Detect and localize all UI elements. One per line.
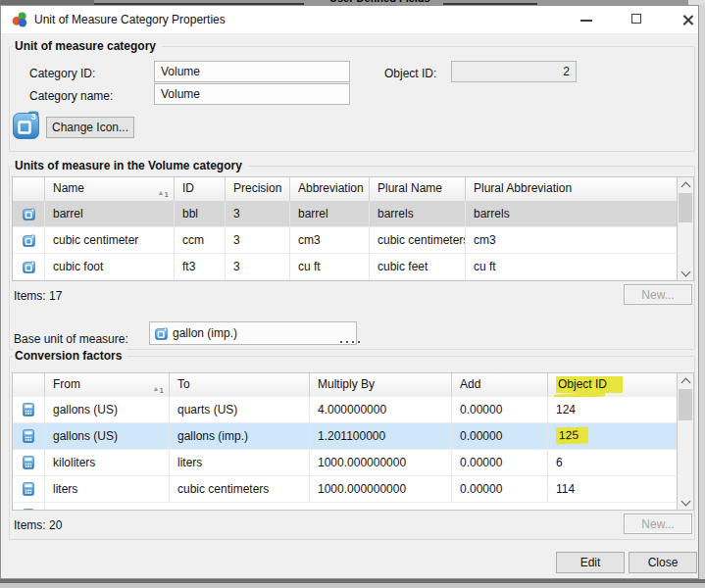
- conversion-object-id-cell: 6: [548, 450, 677, 476]
- maximize-button[interactable]: [621, 6, 654, 33]
- splitter-handle[interactable]: [338, 341, 368, 347]
- maximize-icon: [631, 14, 641, 24]
- volume-icon-superscript: 3: [31, 112, 36, 122]
- conversion-header-object-id[interactable]: Object ID: [548, 373, 677, 397]
- units-header-plural-abbreviation[interactable]: Plural Abbreviation: [466, 177, 677, 201]
- sort-ascending-icon: ▲1: [158, 180, 169, 201]
- close-icon: [681, 14, 694, 26]
- conversion-group: Conversion factors From ▲1 To Multiply B…: [9, 356, 695, 540]
- base-unit-label: Base unit of measure:: [14, 332, 128, 346]
- conversion-group-title: Conversion factors: [13, 349, 127, 363]
- conversion-add-cell: 0.00000: [452, 397, 548, 423]
- units-header-icon-column[interactable]: [13, 177, 45, 201]
- conversion-header-to[interactable]: To: [170, 373, 310, 397]
- highlighted-object-id-value: 125: [556, 427, 588, 445]
- conversion-multiply-cell: 1000.000000000: [310, 450, 452, 476]
- category-name-input[interactable]: [154, 83, 350, 105]
- unit-precision-cell: 3: [226, 254, 290, 280]
- calculator-icon: [23, 403, 34, 416]
- units-table-scrollbar[interactable]: [677, 177, 693, 280]
- scroll-up-icon[interactable]: [678, 373, 693, 388]
- conversion-to-cell: liters: [170, 450, 310, 476]
- window-title: Unit of Measure Category Properties: [34, 13, 226, 26]
- units-new-button[interactable]: New...: [624, 284, 692, 305]
- category-id-input[interactable]: [154, 61, 350, 82]
- conversion-from-cell: liters: [45, 476, 170, 503]
- conversion-table-row[interactable]: gallons (US) gallons (imp.) 1.201100000 …: [13, 423, 677, 450]
- scroll-up-icon[interactable]: [678, 177, 693, 192]
- unit-plural-abbreviation-cell: cm3: [466, 227, 677, 254]
- scrollbar-thumb[interactable]: [679, 193, 692, 222]
- units-group: Units of measure in the Volume category …: [9, 166, 695, 350]
- units-table-row[interactable]: cubic foot ft3 3 cu ft cubic feet cu ft: [13, 254, 677, 280]
- category-group-title: Unit of measure category: [13, 39, 162, 53]
- unit-plural-abbreviation-cell: cu ft: [466, 254, 677, 280]
- unit-name-cell: cubic foot: [45, 254, 175, 280]
- unit-precision-cell: 3: [226, 201, 290, 227]
- conversion-table-row[interactable]: liters cubic centimeters 1000.000000000 …: [13, 476, 677, 503]
- conversion-table: From ▲1 To Multiply By Add Object ID gal…: [12, 372, 694, 511]
- sort-ascending-icon: ▲1: [153, 376, 164, 397]
- unit-of-measure-category-properties-dialog: Unit of Measure Category Properties Unit…: [0, 5, 699, 579]
- units-header-name[interactable]: Name ▲1: [45, 177, 175, 201]
- conversion-header-from[interactable]: From ▲1: [45, 373, 170, 397]
- unit-id-cell: ft3: [175, 254, 226, 280]
- object-id-input[interactable]: [451, 61, 577, 82]
- change-icon-button[interactable]: Change Icon...: [46, 117, 134, 138]
- conversion-from-cell: kiloliters: [45, 450, 170, 476]
- close-button[interactable]: [672, 6, 705, 33]
- conversion-new-button[interactable]: New...: [624, 514, 692, 534]
- conversion-table-header: From ▲1 To Multiply By Add Object ID: [13, 373, 677, 398]
- calculator-icon: [23, 456, 34, 469]
- units-header-plural-name[interactable]: Plural Name: [370, 177, 466, 201]
- unit-cube-icon: [155, 327, 168, 340]
- conversion-multiply-cell: 1.201100000: [310, 423, 452, 450]
- units-table-header: Name ▲1 ID Precision Abbreviation Plural…: [13, 177, 677, 202]
- conversion-to-cell: gallons (imp.): [170, 423, 310, 450]
- conversion-table-scrollbar[interactable]: [677, 373, 693, 510]
- unit-plural-abbreviation-cell: barrels: [466, 201, 677, 227]
- base-unit-value: gallon (imp.): [173, 326, 237, 340]
- conversion-header-multiply-by[interactable]: Multiply By: [310, 373, 452, 397]
- unit-cube-icon: [23, 234, 35, 247]
- conversion-to-cell: cubic centimeters: [170, 476, 310, 503]
- scroll-down-icon[interactable]: [678, 266, 693, 280]
- calculator-icon: [23, 429, 34, 443]
- units-header-id[interactable]: ID: [175, 177, 226, 201]
- category-id-label: Category ID:: [29, 67, 95, 80]
- scrollbar-thumb[interactable]: [679, 389, 692, 420]
- conversion-table-row[interactable]: kiloliters liters 1000.000000000 0.00000…: [13, 450, 677, 476]
- units-header-abbreviation[interactable]: Abbreviation: [290, 177, 370, 201]
- units-items-count: Items: 17: [14, 289, 62, 303]
- category-name-label: Category name:: [29, 89, 113, 103]
- title-bar[interactable]: Unit of Measure Category Properties: [1, 6, 698, 34]
- unit-cube-icon: [23, 261, 35, 273]
- conversion-add-cell: 0.00000: [452, 450, 548, 476]
- units-table: Name ▲1 ID Precision Abbreviation Plural…: [12, 176, 694, 281]
- unit-name-cell: cubic centimeter: [45, 227, 175, 254]
- conversion-object-id-cell: 124: [548, 397, 677, 423]
- conversion-add-cell: 0.00000: [452, 423, 548, 450]
- close-dialog-button[interactable]: Close: [629, 552, 697, 573]
- conversion-object-id-cell: 125: [548, 423, 677, 450]
- unit-cube-icon: [23, 208, 35, 220]
- units-header-precision[interactable]: Precision: [226, 177, 290, 201]
- conversion-object-id-cell: 114: [548, 476, 677, 503]
- conversion-multiply-cell: 4.000000000: [310, 397, 452, 423]
- minimize-button[interactable]: [570, 6, 603, 33]
- edit-button[interactable]: Edit: [556, 552, 625, 573]
- unit-abbreviation-cell: cm3: [290, 227, 370, 254]
- unit-plural-name-cell: cubic centimeters: [370, 227, 466, 254]
- units-group-title: Units of measure in the Volume category: [13, 159, 248, 172]
- units-table-row[interactable]: barrel bbl 3 barrel barrels barrels: [13, 201, 677, 227]
- conversion-table-row[interactable]: gallons (US) quarts (US) 4.000000000 0.0…: [13, 397, 677, 423]
- units-table-row[interactable]: cubic centimeter ccm 3 cm3 cubic centime…: [13, 227, 677, 254]
- base-unit-field[interactable]: gallon (imp.): [149, 321, 357, 345]
- scroll-down-icon[interactable]: [678, 495, 693, 510]
- unit-plural-name-cell: cubic feet: [370, 254, 466, 280]
- conversion-header-add[interactable]: Add: [452, 373, 548, 397]
- unit-precision-cell: 3: [226, 227, 290, 254]
- conversion-header-icon-column[interactable]: [13, 373, 45, 397]
- minimize-icon: [580, 20, 592, 22]
- conversion-table-row-partial[interactable]: [13, 503, 677, 511]
